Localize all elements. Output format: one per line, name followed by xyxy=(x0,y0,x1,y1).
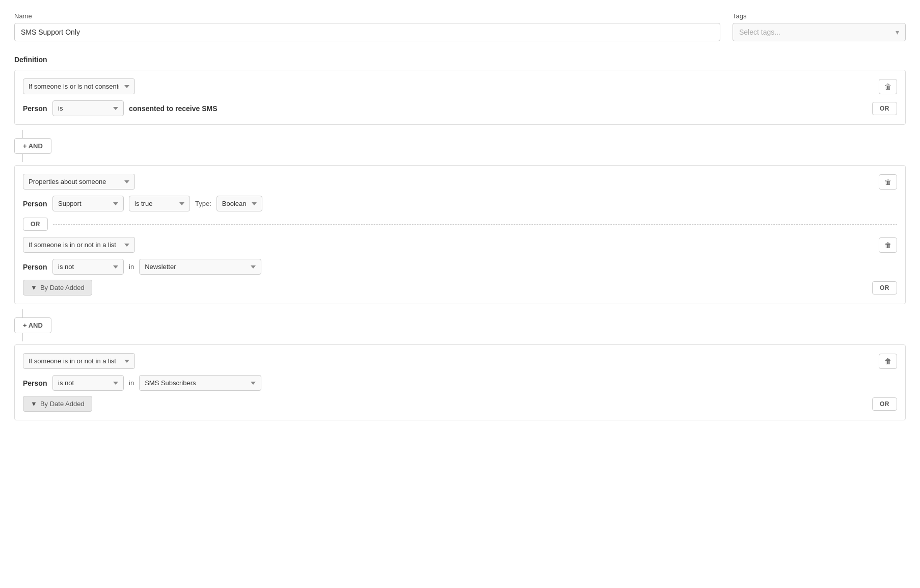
tags-chevron-icon: ▾ xyxy=(896,28,899,36)
block3-filter-label: By Date Added xyxy=(40,284,85,291)
block1-person-label: Person xyxy=(23,104,47,113)
block2-property-select[interactable]: Support xyxy=(52,196,124,211)
name-label: Name xyxy=(14,12,720,20)
block1-value-text: consented to receive SMS xyxy=(129,104,218,113)
block2-operator-select[interactable]: is true xyxy=(129,196,190,211)
and-button-1[interactable]: + AND xyxy=(14,138,51,154)
name-input[interactable] xyxy=(14,23,720,41)
block2-type-select[interactable]: Properties about someone xyxy=(23,174,135,190)
block3-delete-button[interactable]: 🗑 xyxy=(879,237,897,253)
tags-label: Tags xyxy=(733,12,906,20)
block4-filter-button[interactable]: ▼ By Date Added xyxy=(23,396,92,412)
condition-block-2: Properties about someone 🗑 Person Suppor… xyxy=(14,165,906,304)
condition-block-1: If someone is or is not consented to rec… xyxy=(14,70,906,125)
filter-icon-2: ▼ xyxy=(31,400,37,408)
condition-block-3-inner: If someone is in or not in a list 🗑 Pers… xyxy=(23,237,897,296)
tags-placeholder: Select tags... xyxy=(739,28,780,36)
tags-select[interactable]: Select tags... ▾ xyxy=(733,23,906,41)
block3-filter-button[interactable]: ▼ By Date Added xyxy=(23,280,92,296)
block2-type-label: Type: xyxy=(195,200,211,207)
definition-label: Definition xyxy=(14,56,906,64)
block3-person-label: Person xyxy=(23,263,47,271)
block2-boolean-select[interactable]: Boolean xyxy=(217,196,262,211)
block3-operator-select[interactable]: is not xyxy=(52,259,124,275)
trash-icon-3: 🗑 xyxy=(884,241,891,249)
block4-in-label: in xyxy=(129,379,134,387)
block4-operator-select[interactable]: is not xyxy=(52,375,124,391)
block4-filter-label: By Date Added xyxy=(40,400,85,408)
block2-delete-button[interactable]: 🗑 xyxy=(879,174,897,190)
block1-operator-select[interactable]: is xyxy=(52,100,124,116)
trash-icon-2: 🗑 xyxy=(884,178,891,186)
block1-type-select[interactable]: If someone is or is not consented to rec… xyxy=(23,78,135,94)
filter-icon: ▼ xyxy=(31,284,37,291)
and-connector-1: + AND xyxy=(14,125,906,165)
block4-person-label: Person xyxy=(23,379,47,387)
trash-icon: 🗑 xyxy=(884,83,891,91)
block4-or-button[interactable]: OR xyxy=(872,397,897,411)
block3-or-button[interactable]: OR xyxy=(872,281,897,295)
and-connector-2: + AND xyxy=(14,304,906,344)
and-button-2[interactable]: + AND xyxy=(14,317,51,333)
block4-list-select[interactable]: SMS Subscribers xyxy=(139,375,261,391)
trash-icon-4: 🗑 xyxy=(884,357,891,365)
condition-block-4: If someone is in or not in a list 🗑 Pers… xyxy=(14,344,906,420)
block4-delete-button[interactable]: 🗑 xyxy=(879,354,897,369)
block1-delete-button[interactable]: 🗑 xyxy=(879,79,897,94)
block3-list-select[interactable]: Newsletter xyxy=(139,259,261,275)
block3-in-label: in xyxy=(129,263,134,271)
or-button-inner[interactable]: OR xyxy=(23,218,48,231)
block2-person-label: Person xyxy=(23,200,47,208)
block1-or-button[interactable]: OR xyxy=(872,102,897,115)
block4-type-select[interactable]: If someone is in or not in a list xyxy=(23,353,135,369)
block3-type-select[interactable]: If someone is in or not in a list xyxy=(23,237,135,253)
